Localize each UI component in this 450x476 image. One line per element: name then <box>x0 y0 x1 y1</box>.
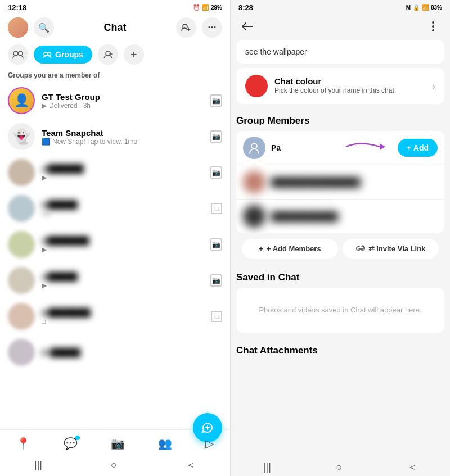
colour-sub: Pick the colour of your name in this cha… <box>274 86 425 96</box>
friends-icon: 👥 <box>158 437 172 450</box>
members-card: Pa + Add ████████████████ <box>236 131 444 233</box>
list-item[interactable]: M███████ □ □ <box>0 298 230 334</box>
filter-tab-people[interactable] <box>98 44 118 65</box>
alarm-icon: ⏰ <box>193 4 200 11</box>
search-button[interactable]: 🔍 <box>34 17 54 38</box>
list-item[interactable]: K█████ oly □ <box>0 191 230 226</box>
list-item[interactable]: S███████ ▶ 📷 <box>0 226 230 262</box>
nav-friends[interactable]: 👥 <box>152 434 178 452</box>
member-name-b2: ████████████████ <box>271 178 438 187</box>
signal-icon-right: 📶 <box>422 4 429 11</box>
chat-sub: 🟦New Snap! Tap to view. 1mo <box>42 138 203 146</box>
filter-tab-subscriptions[interactable] <box>8 44 28 65</box>
right-content: see the wallpaper Chat colour Pick the c… <box>231 40 450 456</box>
camera-icon: 📷 <box>210 166 222 179</box>
left-status-icons: ⏰ 📶 29% <box>193 4 222 11</box>
right-top-nav <box>231 14 450 40</box>
email-icon: M <box>406 4 411 11</box>
chat-avatar-gt: 👤 <box>8 87 35 114</box>
home-bar-left-back[interactable]: ＜ <box>186 458 196 472</box>
chat-right: 📷 <box>210 94 222 107</box>
chat-info-a2: A█████ ▶ <box>42 272 203 289</box>
add-filter-button[interactable]: + <box>124 44 144 65</box>
camera-icon: □ <box>211 311 222 322</box>
chat-avatar-m <box>8 303 35 330</box>
nav-camera[interactable]: 📷 <box>105 434 130 452</box>
member-name-b3: ████████████ <box>271 212 438 221</box>
member-name-pa: Pa <box>271 143 392 152</box>
saved-in-chat-title: Saved in Chat <box>236 272 444 283</box>
map-icon: 📍 <box>16 437 30 450</box>
chat-right: □ <box>211 203 222 214</box>
more-button[interactable]: ··· <box>202 17 222 38</box>
signal-icon: 📶 <box>202 4 209 11</box>
chat-attachments-section: Chat Attachments <box>231 341 450 363</box>
left-time: 12:18 <box>8 3 26 12</box>
chat-info-k: K█████ oly <box>42 200 204 217</box>
nav-chat[interactable]: 💬 <box>58 434 83 452</box>
svg-point-5 <box>44 52 47 56</box>
chat-colour-section[interactable]: Chat colour Pick the colour of your name… <box>236 68 444 104</box>
add-member-button[interactable]: + Add <box>398 139 438 157</box>
add-members-label: + Add Members <box>267 244 321 253</box>
member-avatar-b2 <box>243 171 266 193</box>
back-icon-right[interactable]: ＜ <box>407 460 417 474</box>
chat-avatar-team: 👻 <box>8 123 35 150</box>
avatar-img <box>8 17 28 38</box>
list-item[interactable]: 👻 Team Snapchat 🟦New Snap! Tap to view. … <box>0 119 230 155</box>
member-item[interactable]: ████████████████ <box>236 165 444 200</box>
battery-text: 29% <box>211 4 222 11</box>
add-members-button[interactable]: + + Add Members <box>242 239 338 259</box>
chat-info-s: S███████ ▶ <box>42 236 203 253</box>
camera-icon: 📷 <box>210 94 222 107</box>
colour-title: Chat colour <box>274 76 425 86</box>
chat-info-pr: Pr█████ <box>42 348 222 357</box>
saved-card: Photos and videos saved in Chat will app… <box>236 288 444 333</box>
chat-info-m: M███████ □ <box>42 308 204 325</box>
nav-stories[interactable]: ▷ <box>200 434 219 452</box>
member-item[interactable]: ████████████ <box>236 200 444 233</box>
chat-right: 📷 <box>210 130 222 143</box>
svg-point-6 <box>47 52 51 56</box>
add-friend-button[interactable] <box>176 17 196 38</box>
back-button[interactable] <box>238 17 256 35</box>
list-item[interactable]: A██████ ▶ 📷 <box>0 155 230 191</box>
list-item[interactable]: A█████ ▶ 📷 <box>0 262 230 298</box>
chat-sub: ▶ <box>42 282 203 289</box>
right-more-button[interactable] <box>424 17 442 35</box>
chat-attachments-title: Chat Attachments <box>236 345 444 356</box>
svg-point-13 <box>432 25 434 28</box>
chat-avatar-a2 <box>8 267 35 294</box>
chat-sub: oly <box>42 210 204 217</box>
camera-icon: 📷 <box>210 274 222 287</box>
add-icon: + <box>259 244 263 253</box>
svg-point-12 <box>432 21 434 24</box>
member-actions: + + Add Members ⇄ Invite Via Link <box>242 239 439 259</box>
chat-name: K█████ <box>42 200 204 210</box>
chat-name: S███████ <box>42 236 203 246</box>
right-status-icons: M 🔒 📶 83% <box>406 4 442 11</box>
chat-name: A█████ <box>42 272 203 282</box>
list-item[interactable]: Pr█████ <box>0 334 230 370</box>
nav-map[interactable]: 📍 <box>11 434 36 452</box>
home-circle-right[interactable]: ○ <box>336 461 343 473</box>
home-indicator-left: ||| ○ ＜ <box>0 455 230 476</box>
member-item[interactable]: Pa + Add <box>236 131 444 165</box>
member-avatar-b3 <box>243 205 266 228</box>
chat-avatar-s <box>8 231 35 258</box>
chat-badge <box>75 436 80 440</box>
invite-via-link-button[interactable]: ⇄ Invite Via Link <box>343 239 439 259</box>
filter-tab-groups[interactable]: Groups <box>34 46 92 64</box>
chat-avatar-a1 <box>8 159 35 186</box>
chat-name: Team Snapchat <box>42 128 203 138</box>
battery-right: 83% <box>431 4 442 11</box>
user-avatar[interactable] <box>8 17 28 38</box>
status-bar-right: 8:28 M 🔒 📶 83% <box>231 0 450 14</box>
chat-list: 👤 GT Test Group ▶Delivered · 3h 📷 👻 Team… <box>0 83 230 429</box>
filter-tabs: Groups + <box>0 42 230 69</box>
invite-link-label: ⇄ Invite Via Link <box>368 244 426 253</box>
right-time: 8:28 <box>238 3 253 12</box>
home-bar-left-circle[interactable]: ○ <box>111 459 117 471</box>
list-item[interactable]: 👤 GT Test Group ▶Delivered · 3h 📷 <box>0 83 230 119</box>
top-nav: 🔍 Chat ··· <box>0 14 230 42</box>
